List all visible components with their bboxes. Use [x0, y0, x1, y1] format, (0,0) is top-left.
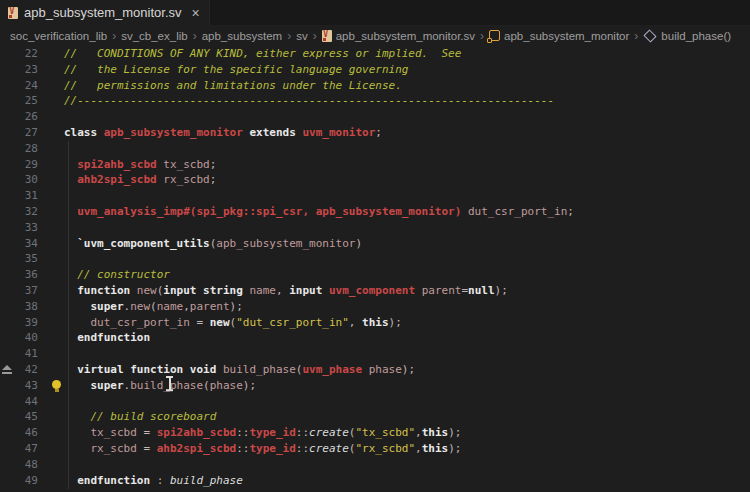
code-line-text[interactable]: // build scoreboard — [64, 409, 216, 425]
code-line[interactable]: 47 rx_scbd = ahb2spi_scbd::type_id::crea… — [0, 441, 750, 457]
glyph-margin[interactable] — [0, 283, 16, 299]
breadcrumb-item[interactable]: build_phase() — [643, 30, 731, 42]
glyph-margin[interactable] — [0, 425, 16, 441]
breadcrumb-item-label: sv_cb_ex_lib — [121, 30, 187, 42]
glyph-margin[interactable] — [0, 220, 16, 236]
code-line[interactable]: 46 tx_scbd = spi2ahb_scbd::type_id::crea… — [0, 425, 750, 441]
code-line[interactable]: 32 uvm_analysis_imp#(spi_pkg::spi_csr, a… — [0, 204, 750, 220]
code-line[interactable]: 39 dut_csr_port_in = new("dut_csr_port_i… — [0, 315, 750, 331]
code-line-text[interactable]: endfunction : build_phase — [64, 473, 243, 489]
glyph-margin[interactable] — [0, 93, 16, 109]
glyph-margin[interactable] — [0, 109, 16, 125]
code-line-text[interactable]: class apb_subsystem_monitor extends uvm_… — [64, 125, 382, 141]
code-line-text[interactable]: // CONDITIONS OF ANY KIND, either expres… — [64, 46, 461, 62]
glyph-margin[interactable] — [0, 172, 16, 188]
code-line[interactable]: 36 // constructor — [0, 267, 750, 283]
line-decorations-margin — [38, 141, 64, 157]
code-line[interactable]: 30 ahb2spi_scbd rx_scbd; — [0, 172, 750, 188]
glyph-margin[interactable] — [0, 141, 16, 157]
tab-apb-subsystem-monitor[interactable]: apb_subsystem_monitor.sv × — [0, 0, 210, 25]
code-editor[interactable]: 22// CONDITIONS OF ANY KIND, either expr… — [0, 45, 750, 488]
breadcrumb: soc_verification_lib›sv_cb_ex_lib›apb_su… — [0, 26, 750, 45]
breadcrumb-item[interactable]: sv_cb_ex_lib — [121, 30, 187, 42]
breadcrumb-item-label: build_phase() — [661, 30, 731, 42]
breadcrumb-item[interactable]: apb_subsystem — [202, 30, 283, 42]
code-line[interactable]: 24// permissions and limitations under t… — [0, 78, 750, 94]
code-line[interactable]: 27class apb_subsystem_monitor extends uv… — [0, 125, 750, 141]
code-line[interactable]: 44 — [0, 394, 750, 410]
code-line[interactable]: 31 — [0, 188, 750, 204]
glyph-margin[interactable] — [0, 188, 16, 204]
code-line-text[interactable]: super.build_phase(phase); — [64, 378, 256, 394]
glyph-margin[interactable] — [0, 362, 16, 378]
breadcrumb-item[interactable]: soc_verification_lib — [10, 30, 107, 42]
code-line-text[interactable]: dut_csr_port_in = new("dut_csr_port_in",… — [64, 315, 402, 331]
code-line[interactable]: 42 virtual function void build_phase(uvm… — [0, 362, 750, 378]
code-line-text[interactable]: `uvm_component_utils(apb_subsystem_monit… — [64, 236, 362, 252]
glyph-margin[interactable] — [0, 46, 16, 62]
code-line[interactable]: 33 — [0, 220, 750, 236]
code-line[interactable]: 38 super.new(name,parent); — [0, 299, 750, 315]
code-line[interactable]: 45 // build scoreboard — [0, 409, 750, 425]
code-line[interactable]: 26 — [0, 109, 750, 125]
code-line[interactable]: 22// CONDITIONS OF ANY KIND, either expr… — [0, 46, 750, 62]
glyph-margin[interactable] — [0, 267, 16, 283]
code-line[interactable]: 28 — [0, 141, 750, 157]
code-line-text[interactable]: ahb2spi_scbd rx_scbd; — [64, 172, 216, 188]
code-line[interactable]: 34 `uvm_component_utils(apb_subsystem_mo… — [0, 236, 750, 252]
code-line-text[interactable]: virtual function void build_phase(uvm_ph… — [64, 362, 415, 378]
code-line[interactable]: 29 spi2ahb_scbd tx_scbd; — [0, 157, 750, 173]
glyph-margin[interactable] — [0, 457, 16, 473]
glyph-margin[interactable] — [0, 409, 16, 425]
code-line[interactable]: 49 endfunction : build_phase — [0, 473, 750, 489]
code-line-text[interactable]: function new(input string name, input uv… — [64, 283, 508, 299]
code-line[interactable]: 48 — [0, 457, 750, 473]
glyph-margin[interactable] — [0, 315, 16, 331]
line-number: 35 — [16, 251, 38, 267]
lightbulb-icon[interactable] — [52, 380, 61, 389]
breadcrumb-item[interactable]: apb_subsystem_monitor — [489, 30, 629, 42]
code-line-text[interactable]: rx_scbd = ahb2spi_scbd::type_id::create(… — [64, 441, 461, 457]
glyph-margin[interactable] — [0, 330, 16, 346]
glyph-margin[interactable] — [0, 62, 16, 78]
glyph-margin[interactable] — [0, 378, 16, 394]
line-decorations-margin — [38, 283, 64, 299]
glyph-margin[interactable] — [0, 204, 16, 220]
glyph-margin[interactable] — [0, 251, 16, 267]
code-line-text[interactable]: // the License for the specific language… — [64, 62, 408, 78]
breadcrumb-item[interactable]: sv — [296, 30, 308, 42]
glyph-margin[interactable] — [0, 236, 16, 252]
method-symbol-icon — [644, 29, 657, 42]
code-line-text[interactable]: tx_scbd = spi2ahb_scbd::type_id::create(… — [64, 425, 461, 441]
breadcrumb-separator: › — [480, 29, 484, 43]
code-line-text[interactable]: endfunction — [64, 330, 150, 346]
code-line-text[interactable]: spi2ahb_scbd tx_scbd; — [64, 157, 216, 173]
glyph-margin[interactable] — [0, 157, 16, 173]
tab-close-icon[interactable]: × — [192, 5, 200, 21]
code-line[interactable]: 23// the License for the specific langua… — [0, 62, 750, 78]
code-line-text[interactable]: // constructor — [64, 267, 170, 283]
code-line[interactable]: 40 endfunction — [0, 330, 750, 346]
glyph-margin[interactable] — [0, 394, 16, 410]
code-line[interactable]: 43 super.build_phase(phase); — [0, 378, 750, 394]
glyph-margin[interactable] — [0, 346, 16, 362]
code-line-text[interactable]: // permissions and limitations under the… — [64, 78, 402, 94]
glyph-margin[interactable] — [0, 473, 16, 489]
code-line[interactable]: 25//------------------------------------… — [0, 93, 750, 109]
glyph-margin[interactable] — [0, 125, 16, 141]
fold-marker-icon[interactable] — [2, 365, 12, 375]
breadcrumb-item[interactable]: apb_subsystem_monitor.sv — [322, 30, 475, 42]
glyph-margin[interactable] — [0, 299, 16, 315]
breadcrumb-item-label: apb_subsystem_monitor — [504, 30, 629, 42]
code-line-text[interactable]: //--------------------------------------… — [64, 93, 554, 109]
glyph-margin[interactable] — [0, 78, 16, 94]
code-line-text[interactable]: super.new(name,parent); — [64, 299, 243, 315]
code-line[interactable]: 37 function new(input string name, input… — [0, 283, 750, 299]
code-line[interactable]: 41 — [0, 346, 750, 362]
code-line-text[interactable]: uvm_analysis_imp#(spi_pkg::spi_csr, apb_… — [64, 204, 574, 220]
line-decorations-margin — [38, 109, 64, 125]
line-number: 39 — [16, 315, 38, 331]
breadcrumb-separator: › — [313, 29, 317, 43]
glyph-margin[interactable] — [0, 441, 16, 457]
code-line[interactable]: 35 — [0, 251, 750, 267]
